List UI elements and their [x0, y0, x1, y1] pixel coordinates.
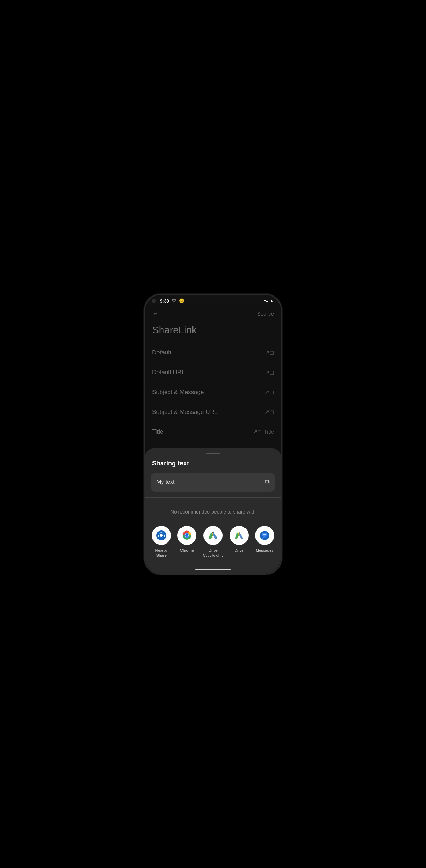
home-indicator	[145, 565, 281, 574]
list-item-label-subject-message: Subject & Message	[152, 389, 204, 396]
app-label-drive: Drive	[235, 548, 244, 553]
title-row: ↗◻ Title	[253, 428, 274, 435]
divider	[145, 497, 281, 498]
back-button[interactable]: ←	[152, 310, 159, 317]
drive-copy-icon	[206, 528, 220, 542]
chrome-icon-circle	[177, 526, 196, 545]
signal-icon: ▲	[270, 298, 274, 303]
svg-rect-19	[263, 534, 264, 535]
list-item-title[interactable]: Title ↗◻ Title	[145, 422, 281, 442]
list-item-default[interactable]: Default ↗◻	[145, 343, 281, 363]
wifi-icon: ▾▴	[264, 298, 268, 303]
drive-copy-icon-circle	[203, 526, 223, 545]
list-item-label-title: Title	[152, 428, 163, 435]
home-bar	[195, 569, 231, 570]
share-icon-default: ↗◻	[265, 349, 274, 356]
bottom-sheet: Sharing text My text ⧉ No recommended pe…	[145, 448, 281, 574]
svg-rect-21	[265, 534, 266, 535]
app-chrome[interactable]: Chrome	[177, 526, 196, 558]
status-left: 9:39 🛡 🙂	[152, 298, 184, 304]
sheet-title: Sharing text	[145, 460, 281, 473]
source-button[interactable]: Source	[257, 311, 274, 317]
no-recommended-text: No recommended people to share with	[145, 503, 281, 520]
app-nearby-share[interactable]: NearbyShare	[152, 526, 171, 558]
chrome-icon	[180, 528, 194, 542]
phone-frame: 9:39 🛡 🙂 ▾▴ ▲ ← Source ShareLink Default	[144, 294, 282, 575]
svg-point-5	[185, 534, 188, 537]
drive-icon-circle	[230, 526, 249, 545]
title-text: Title	[264, 429, 274, 435]
status-right: ▾▴ ▲	[264, 298, 274, 303]
nearby-share-icon-circle	[152, 526, 171, 545]
main-content: ← Source ShareLink Default ↗◻ Default UR…	[145, 305, 281, 574]
messages-icon-circle	[255, 526, 274, 545]
app-label-drive-copy: DriveCopy to cli…	[203, 548, 223, 558]
share-icon-title: ↗◻	[253, 428, 262, 435]
face-icon: 🙂	[179, 298, 184, 303]
app-messages[interactable]: Messages	[255, 526, 274, 558]
app-drive[interactable]: Drive	[230, 526, 249, 558]
status-time: 9:39	[160, 298, 169, 304]
app-label-messages: Messages	[256, 548, 274, 553]
page-title: ShareLink	[145, 321, 281, 343]
shield-icon: 🛡	[172, 298, 176, 303]
copy-icon[interactable]: ⧉	[265, 479, 270, 486]
phone-inner: 9:39 🛡 🙂 ▾▴ ▲ ← Source ShareLink Default	[145, 295, 281, 574]
list-item-label-subject-message-url: Subject & Message URL	[152, 409, 218, 416]
svg-point-1	[160, 534, 163, 537]
app-drive-copy[interactable]: DriveCopy to cli…	[203, 526, 223, 558]
share-icon-subject-message: ↗◻	[265, 389, 274, 395]
app-label-nearby-share: NearbyShare	[155, 548, 167, 558]
share-icon-default-url: ↗◻	[265, 369, 274, 376]
camera-dot	[152, 299, 156, 303]
list-item-default-url[interactable]: Default URL ↗◻	[145, 363, 281, 382]
list-item-subject-message[interactable]: Subject & Message ↗◻	[145, 382, 281, 402]
app-label-chrome: Chrome	[180, 548, 194, 553]
apps-row: NearbyShare	[145, 520, 281, 565]
sheet-handle	[206, 453, 220, 454]
nearby-share-icon	[156, 530, 167, 541]
svg-rect-20	[264, 534, 265, 535]
messages-icon	[258, 528, 272, 542]
preview-text: My text	[156, 479, 175, 485]
drive-icon	[232, 528, 246, 542]
share-icon-subject-message-url: ↗◻	[265, 409, 274, 415]
list-item-label-default: Default	[152, 349, 171, 356]
list-item-label-default-url: Default URL	[152, 369, 185, 376]
nav-bar: ← Source	[145, 305, 281, 321]
text-preview-box: My text ⧉	[151, 473, 275, 492]
list-item-subject-message-url[interactable]: Subject & Message URL ↗◻	[145, 402, 281, 422]
status-bar: 9:39 🛡 🙂 ▾▴ ▲	[145, 295, 281, 305]
